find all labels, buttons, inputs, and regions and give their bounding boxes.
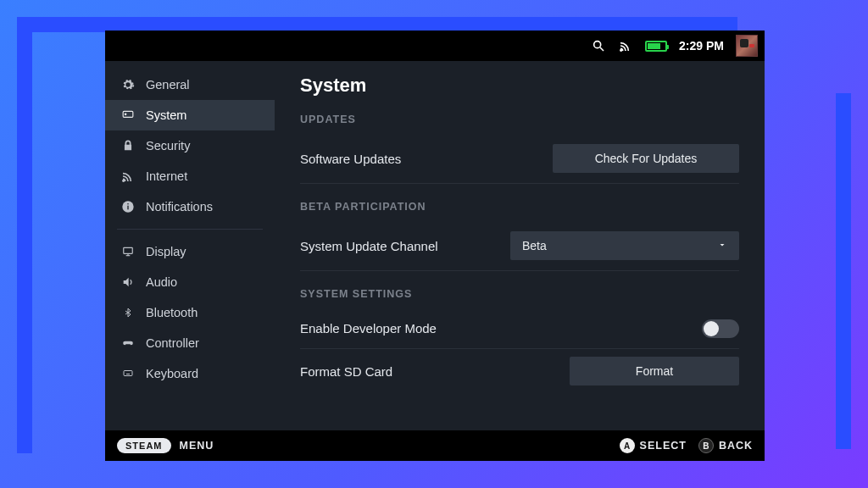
a-button-icon: A xyxy=(620,438,635,453)
svg-point-0 xyxy=(594,42,601,48)
svg-point-4 xyxy=(125,114,126,115)
b-button-hint: B BACK xyxy=(698,438,753,453)
format-sd-label: Format SD Card xyxy=(300,364,392,379)
search-icon[interactable] xyxy=(591,38,606,53)
b-button-label: BACK xyxy=(719,440,753,452)
a-button-hint: A SELECT xyxy=(620,438,687,453)
update-channel-select[interactable]: Beta xyxy=(510,231,739,260)
settings-window: 2:29 PM General System Security Internet xyxy=(105,30,765,461)
chevron-down-icon xyxy=(717,239,727,252)
svg-point-2 xyxy=(620,50,622,52)
update-channel-value: Beta xyxy=(522,239,547,252)
sidebar-item-label: Internet xyxy=(146,169,187,183)
sidebar: General System Security Internet Notific… xyxy=(105,61,275,430)
sidebar-item-label: Notifications xyxy=(146,200,213,214)
section-head-updates: UPDATES xyxy=(300,114,739,125)
sidebar-item-general[interactable]: General xyxy=(105,69,275,100)
gear-icon xyxy=(120,77,136,92)
section-head-beta: BETA PARTICIPATION xyxy=(300,201,739,213)
footer-bar: STEAM MENU A SELECT B BACK xyxy=(105,430,765,461)
sidebar-item-label: Audio xyxy=(146,275,177,289)
menu-label: MENU xyxy=(180,440,214,452)
svg-rect-12 xyxy=(124,371,132,376)
sidebar-item-label: Security xyxy=(146,139,190,152)
keyboard-icon xyxy=(120,366,136,381)
dev-mode-toggle[interactable] xyxy=(702,319,739,338)
status-bar: 2:29 PM xyxy=(105,30,765,61)
footer-left: STEAM MENU xyxy=(117,438,214,453)
svg-rect-7 xyxy=(127,206,128,210)
bluetooth-icon xyxy=(120,305,136,320)
audio-icon xyxy=(120,274,136,290)
display-icon xyxy=(120,244,136,259)
page-title: System xyxy=(300,75,739,97)
device-icon xyxy=(120,108,136,123)
controller-icon xyxy=(120,336,136,351)
sidebar-item-label: Display xyxy=(146,245,186,258)
sidebar-item-audio[interactable]: Audio xyxy=(105,267,275,297)
sidebar-item-bluetooth[interactable]: Bluetooth xyxy=(105,297,275,328)
sidebar-item-notifications[interactable]: Notifications xyxy=(105,191,275,222)
clock: 2:29 PM xyxy=(679,39,724,53)
sidebar-item-keyboard[interactable]: Keyboard xyxy=(105,358,275,389)
svg-point-5 xyxy=(123,180,125,182)
avatar[interactable] xyxy=(736,35,758,57)
battery-icon xyxy=(645,41,667,52)
dev-mode-label: Enable Developer Mode xyxy=(300,321,437,336)
update-channel-label: System Update Channel xyxy=(300,239,438,253)
background-accent-right xyxy=(836,93,851,449)
footer-right: A SELECT B BACK xyxy=(620,438,753,453)
sidebar-item-label: Bluetooth xyxy=(146,306,198,319)
section-head-system-settings: SYSTEM SETTINGS xyxy=(300,288,739,300)
sidebar-item-label: System xyxy=(146,108,186,122)
sidebar-item-controller[interactable]: Controller xyxy=(105,328,275,358)
info-icon xyxy=(120,199,136,214)
row-format-sd: Format SD Card Format xyxy=(300,349,739,386)
a-button-label: SELECT xyxy=(640,440,687,452)
svg-rect-8 xyxy=(127,203,128,204)
sidebar-item-label: Keyboard xyxy=(146,367,198,380)
sidebar-item-label: General xyxy=(146,78,190,92)
sidebar-item-label: Controller xyxy=(146,336,199,350)
row-dev-mode: Enable Developer Mode xyxy=(300,312,739,349)
lock-icon xyxy=(120,138,136,153)
format-sd-button[interactable]: Format xyxy=(570,357,739,385)
settings-body: General System Security Internet Notific… xyxy=(105,61,765,430)
sidebar-item-display[interactable]: Display xyxy=(105,236,275,267)
steam-button[interactable]: STEAM xyxy=(117,438,171,453)
sidebar-item-system[interactable]: System xyxy=(105,100,275,130)
svg-line-1 xyxy=(600,47,604,51)
cast-icon[interactable] xyxy=(618,38,633,53)
sidebar-item-internet[interactable]: Internet xyxy=(105,161,275,191)
b-button-icon: B xyxy=(698,438,714,453)
sidebar-item-security[interactable]: Security xyxy=(105,130,275,161)
check-updates-button[interactable]: Check For Updates xyxy=(553,144,739,173)
row-software-updates: Software Updates Check For Updates xyxy=(300,137,739,184)
sidebar-separator xyxy=(117,229,263,230)
wifi-icon xyxy=(120,169,136,184)
main-content: System UPDATES Software Updates Check Fo… xyxy=(275,61,765,430)
software-updates-label: Software Updates xyxy=(300,152,401,166)
svg-rect-9 xyxy=(124,247,133,253)
row-update-channel: System Update Channel Beta xyxy=(300,225,739,271)
